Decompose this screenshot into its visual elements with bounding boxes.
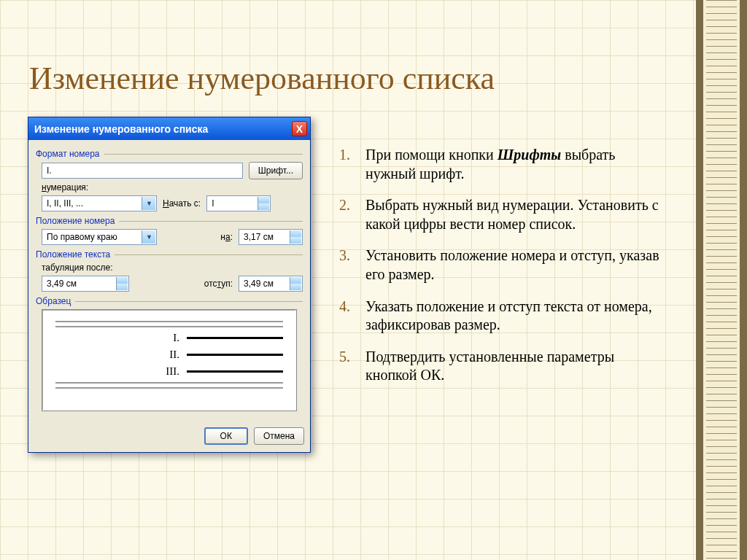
item-text: Указать положение и отступ текста от ном… [365,298,660,335]
slide-title: Изменение нумерованного списка [29,60,495,97]
item-number: 4. [339,298,365,335]
list-item: 1. При помощи кнопки Шрифты выбрать нужн… [339,146,660,183]
item-text: При помощи кнопки Шрифты выбрать нужный … [365,146,660,183]
indent-spinner[interactable]: 3,49 см [239,276,303,292]
numbering-select[interactable]: I, II, III, ... ▼ [42,195,157,211]
numbered-list-dialog: Изменение нумерованного списка X Формат … [28,117,311,453]
item-number: 2. [339,196,365,233]
group-number-format: Формат номера [36,149,303,159]
item-text: Подтвердить установленные параметры кноп… [365,348,660,385]
alignment-select[interactable]: По правому краю ▼ [42,229,157,245]
number-format-label: Формат номера [36,149,100,159]
item-number: 5. [339,348,365,385]
instruction-list: 1. При помощи кнопки Шрифты выбрать нужн… [339,146,660,398]
start-at-label: Начать с: [163,198,201,209]
list-item: 5. Подтвердить установленные параметры к… [339,348,660,385]
number-format-value: I. [47,166,52,176]
alignment-value: По правому краю [47,232,117,242]
preview-numeral: II. [55,349,179,361]
chevron-down-icon: ▼ [146,200,152,207]
at-spinner[interactable]: 3,17 см [239,229,303,245]
number-position-label: Положение номера [36,216,115,226]
dialog-titlebar[interactable]: Изменение нумерованного списка X [28,117,310,140]
group-text-position: Положение текста [36,249,303,260]
dialog-title: Изменение нумерованного списка [34,123,208,135]
item-text: Установить положение номера и отступ, ук… [365,246,660,284]
close-button[interactable]: X [292,121,307,136]
ruler-decoration [696,0,747,560]
preview-label: Образец [36,296,71,306]
item-text: Выбрать нужный вид нумерации. Установить… [365,196,660,233]
list-item: 3. Установить положение номера и отступ,… [339,246,660,284]
preview-numeral: I. [55,332,179,344]
close-icon: X [296,124,303,134]
numbering-value: I, II, III, ... [47,198,83,209]
numbering-label: нумерация: [42,182,100,192]
start-at-value: I [212,198,214,209]
group-preview: Образец [36,296,303,306]
preview-box: I. II. III. [42,309,297,411]
ok-button[interactable]: ОК [204,427,248,445]
at-value: 3,17 см [244,232,274,242]
tab-after-value: 3,49 см [47,279,77,289]
tab-after-spinner[interactable]: 3,49 см [42,276,129,292]
indent-value: 3,49 см [244,279,274,289]
item-number: 1. [339,146,365,183]
text-position-label: Положение текста [36,249,110,260]
start-at-spinner[interactable]: I [206,195,271,211]
indent-label: отступ: [204,279,233,289]
preview-numeral: III. [55,365,179,378]
group-number-position: Положение номера [36,216,303,226]
chevron-down-icon: ▼ [146,233,152,241]
item-number: 3. [339,246,365,284]
font-button[interactable]: Шрифт... [249,162,303,179]
list-item: 2. Выбрать нужный вид нумерации. Установ… [339,196,660,233]
number-format-input[interactable]: I. [42,163,243,179]
at-label: на: [220,232,233,242]
tab-after-label: табуляция после: [42,262,112,273]
list-item: 4. Указать положение и отступ текста от … [339,298,660,335]
cancel-button[interactable]: Отмена [254,427,304,445]
